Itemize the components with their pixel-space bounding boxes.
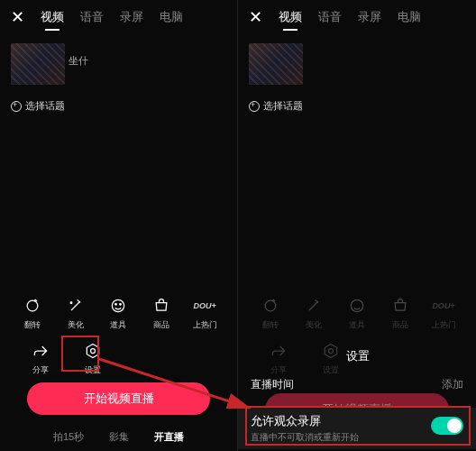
sheet-title: 直播时间: [251, 377, 294, 392]
tool-row-2: 分享 设置: [0, 341, 237, 376]
start-live-button[interactable]: 开始视频直播: [27, 382, 210, 415]
svg-point-0: [27, 300, 38, 311]
svg-point-2: [113, 299, 124, 311]
svg-point-6: [265, 300, 276, 311]
screen-right: ✕ 视频 语音 录屏 电脑 选择话题 翻转 美化 道具 商品 DOU+ 上热门: [238, 0, 476, 451]
tool-beauty[interactable]: 美化: [59, 296, 93, 331]
svg-point-3: [115, 304, 117, 306]
topic-label: 选择话题: [263, 99, 303, 113]
goods-icon: [390, 296, 410, 316]
tool-flip[interactable]: 翻转: [15, 296, 50, 331]
tool-props[interactable]: 道具: [101, 296, 135, 331]
tool-settings[interactable]: 设置: [314, 341, 348, 376]
topic-selector[interactable]: 选择话题: [11, 99, 65, 113]
flip-icon: [261, 296, 280, 316]
share-icon: [31, 341, 50, 361]
tool-dou[interactable]: DOU+ 上热门: [188, 296, 222, 331]
topic-add-icon: [249, 101, 260, 112]
topic-label: 选择话题: [25, 99, 65, 113]
cover-preview[interactable]: [11, 43, 65, 85]
tool-share[interactable]: 分享: [23, 341, 58, 376]
topbar: ✕ 视频 语音 录屏 电脑: [238, 0, 476, 34]
tool-share[interactable]: 分享: [261, 341, 296, 376]
close-icon[interactable]: ✕: [11, 7, 24, 27]
btab-shoot15[interactable]: 拍15秒: [53, 430, 84, 444]
bottom-tabs: 拍15秒 影集 开直播: [0, 430, 237, 444]
setting-desc: 直播中不可取消或重新开始: [251, 431, 463, 444]
tab-record[interactable]: 录屏: [120, 9, 143, 25]
settings-sheet-label: 设置: [346, 348, 370, 364]
share-icon: [269, 341, 288, 361]
svg-point-4: [120, 304, 122, 306]
tab-pc[interactable]: 电脑: [398, 9, 421, 25]
sheet-live-time[interactable]: 直播时间 添加: [238, 377, 476, 392]
tab-video[interactable]: 视频: [41, 9, 64, 25]
topbar: ✕ 视频 语音 录屏 电脑: [0, 0, 237, 34]
screen-left: ✕ 视频 语音 录屏 电脑 坐什 选择话题 翻转 美化 道具 商品 DOU+ 上…: [0, 0, 238, 451]
cover-preview[interactable]: [249, 43, 303, 85]
tool-row-1: 翻转 美化 道具 商品 DOU+ 上热门: [238, 296, 476, 331]
tool-props[interactable]: 道具: [340, 296, 374, 331]
tab-record[interactable]: 录屏: [358, 9, 381, 25]
tab-voice[interactable]: 语音: [80, 9, 104, 25]
props-icon: [108, 296, 128, 316]
preview-label: 坐什: [69, 54, 88, 68]
tool-flip[interactable]: 翻转: [253, 296, 288, 331]
dou-icon: DOU+: [434, 296, 453, 316]
svg-point-8: [329, 349, 334, 354]
svg-point-1: [70, 302, 72, 304]
sheet-add-label[interactable]: 添加: [442, 377, 463, 392]
svg-point-7: [351, 299, 362, 311]
btab-live[interactable]: 开直播: [154, 430, 184, 444]
tool-beauty[interactable]: 美化: [297, 296, 331, 331]
settings-icon: [321, 341, 341, 361]
settings-icon: [83, 341, 103, 361]
flip-icon: [23, 296, 42, 316]
tool-row-1: 翻转 美化 道具 商品 DOU+ 上热门: [0, 296, 237, 331]
tool-goods[interactable]: 商品: [144, 296, 178, 331]
setting-allow-record[interactable]: 允许观众录屏 直播中不可取消或重新开始: [238, 408, 476, 449]
topic-add-icon: [11, 101, 22, 112]
beauty-icon: [304, 296, 324, 316]
topic-selector[interactable]: 选择话题: [249, 99, 303, 113]
btab-album[interactable]: 影集: [109, 430, 129, 444]
toggle-allow-record[interactable]: [431, 417, 463, 435]
tab-pc[interactable]: 电脑: [160, 9, 183, 25]
beauty-icon: [66, 296, 86, 316]
svg-point-5: [91, 349, 96, 354]
tab-video[interactable]: 视频: [279, 9, 302, 25]
tool-dou[interactable]: DOU+ 上热门: [426, 296, 461, 331]
dou-icon: DOU+: [195, 296, 215, 316]
props-icon: [347, 296, 367, 316]
tab-voice[interactable]: 语音: [318, 9, 342, 25]
tool-goods[interactable]: 商品: [383, 296, 417, 331]
goods-icon: [151, 296, 171, 316]
close-icon[interactable]: ✕: [249, 7, 262, 27]
tool-settings[interactable]: 设置: [76, 341, 110, 376]
